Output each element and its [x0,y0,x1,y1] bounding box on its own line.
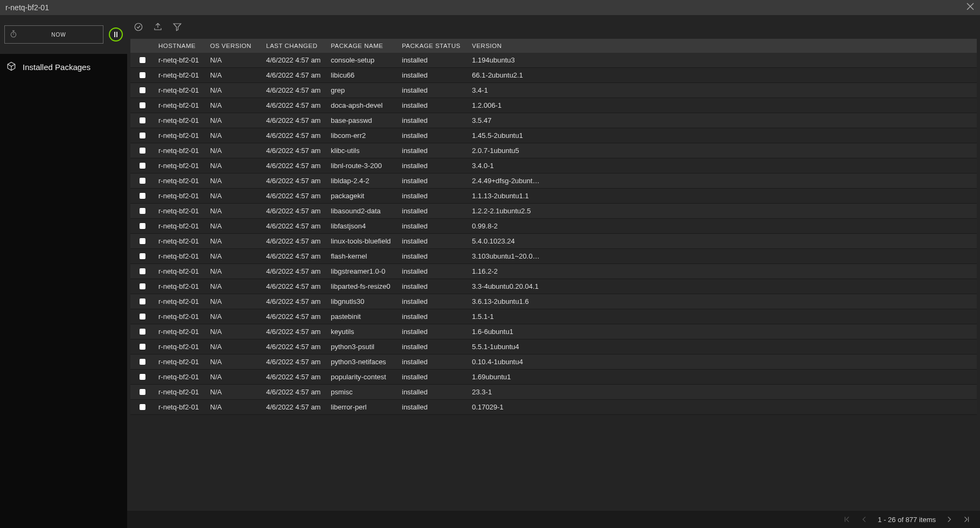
cell-hostname: r-netq-bf2-01 [154,98,206,113]
row-checkbox[interactable] [140,389,145,395]
cell-version: 2.0.7-1ubuntu5 [468,143,545,158]
table-row[interactable]: r-netq-bf2-01N/A4/6/2022 4:57 amflash-ke… [130,249,977,264]
table-row[interactable]: r-netq-bf2-01N/A4/6/2022 4:57 amlibldap-… [130,173,977,189]
table-row[interactable]: r-netq-bf2-01N/A4/6/2022 4:57 amconsole-… [130,53,977,68]
table-row[interactable]: r-netq-bf2-01N/A4/6/2022 4:57 amlibparte… [130,279,977,294]
table-row[interactable]: r-netq-bf2-01N/A4/6/2022 4:57 amlibcom-e… [130,128,977,143]
cell-package-name: libasound2-data [326,204,398,219]
cell-os: N/A [206,309,262,324]
cell-status: installed [398,173,468,189]
page-next-icon[interactable] [946,516,953,523]
table-row[interactable]: r-netq-bf2-01N/A4/6/2022 4:57 amlibgstre… [130,264,977,279]
table-row[interactable]: r-netq-bf2-01N/A4/6/2022 4:57 ampython3-… [130,355,977,370]
row-checkbox[interactable] [140,298,145,304]
cell-package-name: libcom-err2 [326,128,398,143]
sidebar-item-installed-packages[interactable]: Installed Packages [0,54,127,80]
check-circle-icon[interactable] [134,22,143,32]
page-prev-icon[interactable] [860,516,868,523]
cell-last-changed: 4/6/2022 4:57 am [262,355,326,370]
row-checkbox[interactable] [140,238,145,244]
close-icon[interactable] [966,2,975,13]
table-container[interactable]: HOSTNAME OS VERSION LAST CHANGED PACKAGE… [127,39,980,511]
table-row[interactable]: r-netq-bf2-01N/A4/6/2022 4:57 amlibicu66… [130,68,977,83]
row-checkbox[interactable] [140,314,145,319]
page-last-icon[interactable] [963,516,970,523]
cell-os: N/A [206,68,262,83]
col-os-version[interactable]: OS VERSION [206,39,262,53]
table-row[interactable]: r-netq-bf2-01N/A4/6/2022 4:57 amlibfastj… [130,219,977,234]
row-checkbox[interactable] [140,178,145,184]
packages-table: HOSTNAME OS VERSION LAST CHANGED PACKAGE… [130,39,977,415]
row-checkbox[interactable] [140,329,145,335]
row-checkbox[interactable] [140,374,145,380]
export-icon[interactable] [153,22,163,32]
table-row[interactable]: r-netq-bf2-01N/A4/6/2022 4:57 amlibasoun… [130,204,977,219]
package-icon [6,61,16,73]
cell-os: N/A [206,234,262,249]
row-checkbox[interactable] [140,57,145,63]
cell-status: installed [398,158,468,173]
table-row[interactable]: r-netq-bf2-01N/A4/6/2022 4:57 ampsmiscin… [130,385,977,400]
cell-package-name: flash-kernel [326,249,398,264]
row-checkbox[interactable] [140,133,145,138]
table-row[interactable]: r-netq-bf2-01N/A4/6/2022 4:57 ampopulari… [130,370,977,385]
cell-hostname: r-netq-bf2-01 [154,264,206,279]
pause-button[interactable] [109,27,123,41]
col-package-status[interactable]: PACKAGE STATUS [398,39,468,53]
table-row[interactable]: r-netq-bf2-01N/A4/6/2022 4:57 amlibnl-ro… [130,158,977,173]
cell-hostname: r-netq-bf2-01 [154,128,206,143]
cell-last-changed: 4/6/2022 4:57 am [262,68,326,83]
col-last-changed[interactable]: LAST CHANGED [262,39,326,53]
cell-status: installed [398,204,468,219]
cell-status: installed [398,279,468,294]
cell-os: N/A [206,324,262,339]
table-row[interactable]: r-netq-bf2-01N/A4/6/2022 4:57 amlibgnutl… [130,294,977,309]
row-checkbox[interactable] [140,102,145,108]
cell-package-name: python3-psutil [326,339,398,355]
row-checkbox[interactable] [140,344,145,350]
svg-point-7 [135,23,142,31]
row-checkbox[interactable] [140,72,145,78]
cell-last-changed: 4/6/2022 4:57 am [262,158,326,173]
cell-status: installed [398,83,468,98]
table-row[interactable]: r-netq-bf2-01N/A4/6/2022 4:57 amdoca-aps… [130,98,977,113]
row-checkbox[interactable] [140,223,145,229]
col-hostname[interactable]: HOSTNAME [154,39,206,53]
cell-status: installed [398,234,468,249]
row-checkbox[interactable] [140,117,145,123]
row-checkbox[interactable] [140,87,145,93]
row-checkbox[interactable] [140,268,145,274]
table-row[interactable]: r-netq-bf2-01N/A4/6/2022 4:57 ambase-pas… [130,113,977,128]
cell-version: 1.1.13-2ubuntu1.1 [468,189,545,204]
filter-icon[interactable] [172,22,182,32]
cell-last-changed: 4/6/2022 4:57 am [262,219,326,234]
table-row[interactable]: r-netq-bf2-01N/A4/6/2022 4:57 amklibc-ut… [130,143,977,158]
table-row[interactable]: r-netq-bf2-01N/A4/6/2022 4:57 amliberror… [130,400,977,415]
cell-package-name: liberror-perl [326,400,398,415]
cell-version: 3.5.47 [468,113,545,128]
cell-status: installed [398,189,468,204]
table-row[interactable]: r-netq-bf2-01N/A4/6/2022 4:57 amlinux-to… [130,234,977,249]
col-version[interactable]: VERSION [468,39,545,53]
table-row[interactable]: r-netq-bf2-01N/A4/6/2022 4:57 ampython3-… [130,339,977,355]
row-checkbox[interactable] [140,148,145,154]
cell-hostname: r-netq-bf2-01 [154,355,206,370]
row-checkbox[interactable] [140,253,145,259]
row-checkbox[interactable] [140,404,145,410]
table-row[interactable]: r-netq-bf2-01N/A4/6/2022 4:57 amkeyutils… [130,324,977,339]
col-package-name[interactable]: PACKAGE NAME [326,39,398,53]
col-checkbox[interactable] [130,39,154,53]
row-checkbox[interactable] [140,283,145,289]
now-button[interactable]: NOW [4,25,103,44]
row-checkbox[interactable] [140,208,145,214]
table-row[interactable]: r-netq-bf2-01N/A4/6/2022 4:57 amgrepinst… [130,83,977,98]
table-row[interactable]: r-netq-bf2-01N/A4/6/2022 4:57 ampastebin… [130,309,977,324]
cell-hostname: r-netq-bf2-01 [154,113,206,128]
row-checkbox[interactable] [140,193,145,199]
cell-status: installed [398,219,468,234]
row-checkbox[interactable] [140,359,145,365]
cell-version: 3.4-1 [468,83,545,98]
row-checkbox[interactable] [140,163,145,169]
page-first-icon[interactable] [843,516,851,523]
table-row[interactable]: r-netq-bf2-01N/A4/6/2022 4:57 ampackagek… [130,189,977,204]
